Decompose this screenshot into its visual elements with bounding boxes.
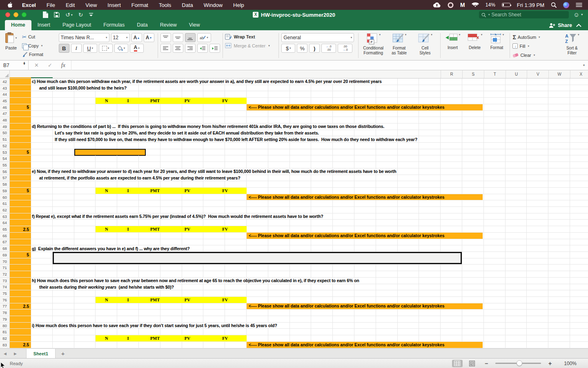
align-bottom-button[interactable] bbox=[185, 33, 196, 42]
row-cells[interactable]: NIPMTPVFV bbox=[31, 297, 588, 303]
row-cells[interactable]: g) Explain the different answers you hav… bbox=[31, 245, 588, 251]
m-app-icon[interactable]: M bbox=[460, 2, 465, 8]
row-cells[interactable]: e) Now, if they need to withdraw your an… bbox=[31, 168, 588, 175]
row-header[interactable]: 81 bbox=[0, 329, 10, 335]
cell-column-a[interactable] bbox=[10, 168, 31, 175]
zoom-window-button[interactable] bbox=[22, 12, 27, 17]
ring-app-icon[interactable] bbox=[448, 2, 454, 8]
menu-item-data[interactable]: Data bbox=[176, 2, 198, 8]
row-cells[interactable] bbox=[31, 149, 588, 155]
cell-column-a[interactable] bbox=[10, 239, 31, 245]
text-orientation-button[interactable]: ab ▾ bbox=[197, 33, 211, 42]
customize-toolbar-button[interactable] bbox=[89, 13, 94, 17]
cell-styles-button[interactable]: ▾ CellStyles bbox=[412, 33, 437, 59]
row-header[interactable]: 54 bbox=[0, 155, 10, 162]
row-cells[interactable]: NIPMTPVFV bbox=[31, 226, 588, 232]
cancel-entry-button[interactable]: ✕ bbox=[34, 62, 39, 68]
row-header[interactable]: 45 bbox=[0, 98, 10, 104]
menu-item-view[interactable]: View bbox=[80, 2, 102, 8]
row-header[interactable]: 46 bbox=[0, 104, 10, 110]
row-header[interactable]: 50 bbox=[0, 130, 10, 136]
row-cells[interactable]: NIPMTPVFV bbox=[31, 188, 588, 194]
row-header[interactable]: 61 bbox=[0, 200, 10, 206]
menu-item-insert[interactable]: Insert bbox=[102, 2, 126, 8]
tvm-header-PMT[interactable]: PMT bbox=[139, 335, 171, 341]
tab-review[interactable]: Review bbox=[154, 20, 183, 30]
fill-button[interactable]: ↓Fill▾ bbox=[512, 42, 555, 50]
row-header[interactable]: 58 bbox=[0, 181, 10, 187]
cell-column-a[interactable]: 5 bbox=[10, 104, 31, 110]
row-header[interactable]: 83 bbox=[0, 342, 10, 348]
tvm-header-FV[interactable]: FV bbox=[203, 297, 247, 303]
menu-clock[interactable]: Fri 1:39 PM bbox=[517, 2, 544, 8]
row-header[interactable]: 56 bbox=[0, 168, 10, 175]
row-cells[interactable]: If they still need $70,000 to live on, t… bbox=[31, 136, 588, 142]
row-cells[interactable] bbox=[31, 91, 588, 97]
font-size-select[interactable]: 12▾ bbox=[111, 33, 130, 42]
row-cells[interactable]: at retirement, if the portfolio assets a… bbox=[31, 175, 588, 181]
row-header[interactable]: 66 bbox=[0, 233, 10, 239]
increase-font-button[interactable]: A▲ bbox=[131, 33, 142, 42]
row-header[interactable]: 79 bbox=[0, 316, 10, 322]
tvm-header-N[interactable]: N bbox=[96, 98, 117, 104]
notification-center-icon[interactable] bbox=[576, 2, 582, 7]
save-button[interactable] bbox=[54, 12, 60, 18]
row-header[interactable]: 76 bbox=[0, 297, 10, 303]
row-header[interactable]: 52 bbox=[0, 143, 10, 149]
battery-icon[interactable] bbox=[502, 3, 510, 7]
row-header[interactable]: 82 bbox=[0, 335, 10, 341]
cell-column-a[interactable] bbox=[10, 335, 31, 341]
note-band[interactable]: <---- Please show all data and/or calcul… bbox=[247, 233, 483, 239]
tvm-header-PV[interactable]: PV bbox=[171, 188, 203, 194]
decrease-font-button[interactable]: A▼ bbox=[144, 33, 154, 42]
cell-column-a[interactable] bbox=[10, 136, 31, 142]
tvm-header-N[interactable]: N bbox=[96, 188, 117, 194]
cell-column-a[interactable] bbox=[10, 123, 31, 130]
name-box[interactable]: B7 ▲▼ bbox=[0, 61, 29, 70]
decrease-indent-button[interactable] bbox=[197, 44, 208, 53]
cell-column-a[interactable]: 5 bbox=[10, 188, 31, 194]
row-header[interactable]: 75 bbox=[0, 290, 10, 296]
tvm-header-I[interactable]: I bbox=[117, 335, 139, 341]
insert-function-button[interactable]: fx bbox=[61, 62, 65, 69]
tab-view[interactable]: View bbox=[183, 20, 206, 30]
percent-format-button[interactable]: % bbox=[297, 44, 307, 53]
wifi-icon[interactable] bbox=[472, 2, 479, 8]
row-header[interactable]: 49 bbox=[0, 123, 10, 130]
italic-button[interactable]: I bbox=[71, 44, 82, 53]
menu-item-help[interactable]: Help bbox=[228, 2, 249, 8]
cell-column-a[interactable]: 2.5 bbox=[10, 303, 31, 310]
cell-column-a[interactable] bbox=[10, 155, 31, 162]
siri-icon[interactable] bbox=[563, 2, 569, 8]
cell-column-a[interactable] bbox=[10, 316, 31, 322]
tvm-header-N[interactable]: N bbox=[96, 335, 117, 341]
formula-input[interactable] bbox=[71, 61, 583, 70]
menu-item-excel[interactable]: Excel bbox=[17, 2, 41, 8]
new-document-button[interactable] bbox=[43, 11, 48, 18]
row-cells[interactable] bbox=[31, 155, 588, 162]
row-header[interactable]: 43 bbox=[0, 85, 10, 91]
select-all-button[interactable] bbox=[0, 70, 10, 78]
number-format-select[interactable]: General▾ bbox=[281, 33, 354, 42]
column-header-R[interactable]: R bbox=[441, 70, 462, 78]
row-header[interactable]: 71 bbox=[0, 265, 10, 271]
cell-column-a[interactable] bbox=[10, 194, 31, 200]
align-right-button[interactable] bbox=[185, 44, 196, 53]
cell-column-a[interactable] bbox=[10, 290, 31, 296]
tab-home[interactable]: Home bbox=[5, 20, 31, 30]
tab-page-layout[interactable]: Page Layout bbox=[56, 20, 97, 30]
wrap-text-button[interactable]: Wrap Text bbox=[225, 34, 276, 40]
row-cells[interactable]: f) Repeat e), except what if the retirem… bbox=[31, 213, 588, 220]
tvm-header-PV[interactable]: PV bbox=[171, 98, 203, 104]
tvm-header-PMT[interactable]: PMT bbox=[139, 226, 171, 232]
menu-item-tools[interactable]: Tools bbox=[154, 2, 176, 8]
cell-column-a[interactable] bbox=[10, 143, 31, 149]
row-cells[interactable]: their assets during their working years … bbox=[31, 284, 588, 290]
tvm-header-FV[interactable]: FV bbox=[203, 98, 247, 104]
menu-item-window[interactable]: Window bbox=[198, 2, 228, 8]
column-header-W[interactable]: W bbox=[548, 70, 570, 78]
align-center-button[interactable] bbox=[173, 44, 183, 53]
row-header[interactable]: 51 bbox=[0, 136, 10, 142]
row-header[interactable]: 64 bbox=[0, 220, 10, 226]
row-cells[interactable] bbox=[31, 329, 588, 335]
